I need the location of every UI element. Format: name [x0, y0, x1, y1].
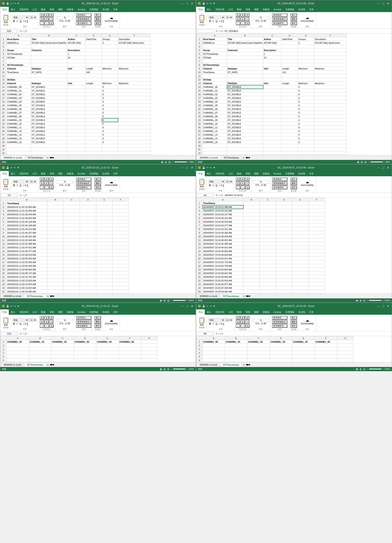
cell[interactable] [6, 347, 29, 351]
cell[interactable] [67, 111, 85, 115]
cell[interactable] [67, 78, 85, 81]
cell[interactable]: 2024/05/07 10:24:50.672 AM [203, 257, 243, 260]
undo-icon[interactable]: ↩ [206, 305, 209, 308]
cell[interactable]: 0 [298, 103, 314, 107]
cell[interactable]: CHANNEL_05 [203, 103, 227, 107]
cell[interactable]: NTCAP DAQ [67, 41, 85, 45]
ribbon-tab[interactable]: 插入 [205, 171, 213, 176]
ribbon-tab[interactable]: 告诉我 [100, 309, 111, 315]
restore-button[interactable]: □ [381, 166, 385, 170]
cell[interactable]: 2024/02/16 11:02:18.956 AM [6, 290, 47, 294]
cell[interactable] [314, 92, 347, 96]
dec-increase[interactable]: .0 [261, 20, 262, 22]
cell[interactable]: DT_DOUBLE [227, 100, 263, 103]
cell[interactable]: DT_DOUBLE [227, 107, 263, 111]
cell[interactable] [118, 70, 151, 74]
cell[interactable] [47, 260, 64, 264]
sheet-tab[interactable]: SCTimestamps [25, 156, 46, 159]
cell[interactable] [260, 283, 276, 286]
cancel-formula-icon[interactable]: ✕ [215, 332, 218, 335]
cell[interactable] [292, 279, 309, 283]
cell[interactable]: DT_DOUBLE [31, 111, 67, 115]
cell[interactable] [51, 358, 74, 362]
cell[interactable] [118, 63, 151, 67]
cell[interactable]: Channel [6, 67, 31, 70]
cell[interactable]: 2024/05/07 10:24:44.541 AM [203, 246, 243, 249]
cell[interactable]: CHANNEL_08 [203, 115, 227, 118]
cell[interactable] [113, 209, 129, 213]
cell[interactable]: CHANNEL_04 [96, 340, 119, 344]
cell[interactable] [85, 111, 102, 115]
cell[interactable] [263, 92, 282, 96]
cell[interactable] [6, 74, 31, 78]
cell[interactable]: DT_DOUBLE [227, 111, 263, 115]
cell[interactable] [67, 133, 85, 137]
cell[interactable]: 0 [102, 89, 118, 92]
cell[interactable] [263, 129, 282, 133]
close-button[interactable]: ✕ [190, 1, 194, 6]
ribbon-tab[interactable]: 共享 [111, 171, 120, 176]
cell[interactable]: CHANNEL_01 [6, 89, 31, 92]
paste-button[interactable]: 📋 粘贴 剪贴板 [1, 316, 11, 330]
cell[interactable]: 0000000.sc [6, 41, 31, 45]
cell[interactable] [85, 103, 102, 107]
cell[interactable] [263, 103, 282, 107]
cell[interactable] [292, 264, 309, 268]
cell[interactable] [282, 122, 298, 126]
align-bottom-center[interactable]: ☰ [44, 17, 49, 21]
cell[interactable] [64, 268, 80, 272]
cell[interactable]: DT_DOUBLE [227, 92, 263, 96]
align-bottom-center[interactable]: ☰ [240, 17, 245, 21]
cell[interactable]: SCData [203, 56, 227, 59]
cell[interactable] [263, 70, 282, 74]
cell[interactable] [67, 63, 85, 67]
cell[interactable] [96, 246, 113, 249]
cell[interactable] [260, 235, 276, 238]
cell[interactable] [47, 231, 64, 235]
align-top-left[interactable]: ☰ [40, 177, 44, 181]
view-normal-icon[interactable]: ▦ [160, 368, 162, 370]
ribbon-tab[interactable]: 开始 [0, 7, 9, 12]
cell[interactable] [67, 144, 85, 148]
cell[interactable] [243, 224, 260, 227]
cell[interactable]: CHANNEL_02 [247, 340, 270, 344]
cell[interactable] [74, 355, 96, 358]
merge-center[interactable]: ⊟ [50, 22, 54, 25]
indent-increase[interactable]: → [45, 324, 49, 328]
cell[interactable] [113, 275, 129, 279]
cell[interactable]: Date/Time [282, 37, 298, 41]
cell[interactable] [96, 213, 113, 216]
cell[interactable] [67, 151, 85, 155]
cell[interactable] [298, 151, 314, 155]
cell[interactable]: 16 [67, 56, 85, 59]
align-top-center[interactable]: ☰ [240, 316, 245, 320]
cell[interactable] [227, 63, 263, 67]
cell[interactable]: Maximum [118, 67, 151, 70]
cell[interactable] [96, 205, 113, 209]
zoom-in-icon[interactable]: + [382, 368, 383, 370]
wrap-text[interactable]: ↵ [245, 181, 249, 185]
cell[interactable] [260, 205, 276, 209]
delete-btn[interactable]: 删除 [290, 17, 297, 21]
cell[interactable] [118, 103, 151, 107]
currency-btn[interactable]: € [256, 20, 257, 22]
cell[interactable] [298, 78, 314, 81]
cell[interactable]: Channel [203, 81, 227, 85]
align-top-center[interactable]: ☰ [44, 177, 49, 181]
ribbon-tab[interactable]: 数据 [39, 7, 48, 12]
underline-button[interactable]: U [215, 20, 218, 23]
cell[interactable] [263, 107, 282, 111]
cell-style-btn[interactable]: 单元格样式- [272, 186, 287, 189]
cell[interactable]: 2024/05/07 10:24:58.847 AM [203, 272, 243, 275]
cell[interactable] [314, 137, 347, 140]
cell[interactable]: NTCAP DAQ SlowContro [314, 41, 347, 45]
ribbon-tab[interactable]: 加载项 [65, 309, 76, 315]
cell[interactable] [260, 260, 276, 264]
cell[interactable]: 2024/05/07 10:25:07.020 AM [203, 286, 243, 290]
cell[interactable]: 0 [298, 129, 314, 133]
cell[interactable]: Channel [6, 81, 31, 85]
ribbon-tab[interactable]: 页面布局 [213, 309, 226, 315]
zoom-out-icon[interactable]: ─ [171, 299, 172, 302]
restore-button[interactable]: □ [185, 1, 189, 6]
sheet-tab[interactable]: 0000000.sc (root) [1, 294, 24, 298]
